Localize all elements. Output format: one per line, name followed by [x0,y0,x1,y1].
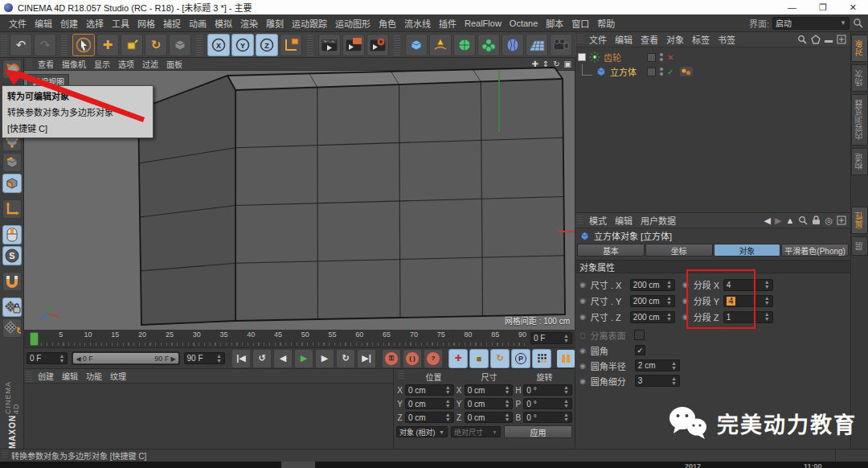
menu-雕刻[interactable]: 雕刻 [262,15,288,31]
interface-dropdown[interactable]: 启动▼ [772,17,850,30]
menu-编辑[interactable]: 编辑 [31,15,56,31]
value-field[interactable]: 2 cm▲▼ [635,359,680,372]
object-name[interactable]: 齿轮 [604,51,636,64]
attr-menu-编辑[interactable]: 编辑 [611,212,637,228]
primitive-cube-button[interactable] [405,34,428,56]
maximize-button[interactable]: ❐ [808,2,838,13]
menu-运动跟踪[interactable]: 运动跟踪 [288,15,331,31]
menu-Octane[interactable]: Octane [506,17,542,30]
timeline-playhead[interactable] [30,332,39,346]
position-Y-field[interactable]: 0 cm▲▼ [405,398,454,409]
coordinate-system-button[interactable] [280,34,302,56]
param-radio[interactable]: ◉ [579,313,586,321]
record-point-level-button[interactable] [532,349,551,368]
search-icon[interactable] [798,216,808,225]
layer-box[interactable] [647,53,656,62]
minimize-button[interactable]: — [776,2,808,12]
keyframe-bar-icon[interactable] [556,349,575,368]
object-menu-查看[interactable]: 查看 [637,31,662,47]
size-field[interactable]: 200 cm▲▼ [630,311,675,323]
checkbox[interactable]: ✓ [635,345,645,355]
attr-menu-模式[interactable]: 模式 [585,212,611,228]
axis-mode-button[interactable] [2,199,22,219]
attribute-grip[interactable] [577,214,583,224]
lock-icon[interactable] [812,216,821,225]
menu-模拟[interactable]: 模拟 [211,15,236,31]
layer-box[interactable] [647,68,656,76]
tab-基本[interactable]: 基本 [577,244,645,257]
subdivision-surface-button[interactable] [453,34,476,56]
axis-z-button[interactable]: Z [256,34,278,56]
frame-range-slider[interactable]: ◀ 0 F 90 F ▶ [72,351,179,365]
axis-x-button[interactable]: X [207,34,230,56]
play-button[interactable]: ▶ [294,349,313,368]
record-parameter-button[interactable]: P [511,349,530,368]
size-Z-field[interactable]: 0 cm▲▼ [465,412,514,423]
simulation-tag-button[interactable] [502,34,524,56]
up-icon[interactable]: ▲ [786,216,795,225]
object-name[interactable]: 立方体 [610,65,642,78]
tab-坐标[interactable]: 坐标 [645,244,713,257]
rotation-B-field[interactable]: 0 °▲▼ [523,412,572,423]
menu-角色[interactable]: 角色 [375,15,400,31]
size-X-field[interactable]: 0 cm▲▼ [465,384,514,396]
floor-environment-button[interactable] [526,34,548,56]
viewport-solo-button[interactable] [2,225,22,244]
snap-s-button[interactable]: S [2,246,22,265]
live-selection-button[interactable] [72,34,95,56]
forward-icon[interactable]: ▶ [775,216,781,226]
object-menu-对象[interactable]: 对象 [662,31,688,47]
attr-menu-用户数据[interactable]: 用户数据 [637,212,680,228]
make-editable-button[interactable] [2,60,22,79]
object-menu-编辑[interactable]: 编辑 [611,31,637,47]
menu-网格[interactable]: 网格 [133,15,159,31]
object-manager-grip[interactable] [577,33,583,43]
visibility-dots[interactable] [659,52,664,62]
prev-frame-button[interactable]: ◀ [273,349,293,368]
menu-选择[interactable]: 选择 [82,15,108,31]
coordinate-grip[interactable] [398,371,404,379]
param-radio[interactable]: ◉ [579,347,586,355]
tab-对象[interactable]: 对象 [714,244,781,257]
timeline-ruler[interactable]: 051015202530354045505560657075808590 0 F… [24,330,575,348]
polygons-mode-button[interactable] [2,174,22,193]
menu-窗口[interactable]: 窗口 [567,15,593,31]
menu-动画[interactable]: 动画 [185,15,211,31]
object-row[interactable]: 齿轮✕ [575,50,850,64]
menu-脚本[interactable]: 脚本 [542,15,567,31]
render-picture-viewer-button[interactable] [342,34,365,56]
redo-button[interactable]: ↷ [34,34,56,56]
checkbox[interactable] [634,330,645,340]
menu-帮助[interactable]: 帮助 [593,15,619,31]
enable-toggle[interactable]: ✓ [667,68,674,76]
menu-RealFlow[interactable]: RealFlow [461,17,506,30]
prev-key-button[interactable]: ↺ [252,349,272,368]
add-icon[interactable] [837,216,846,225]
material-menu-创建[interactable]: 创建 [34,368,58,384]
apply-button[interactable]: 应用 [504,425,572,438]
position-X-field[interactable]: 0 cm▲▼ [405,384,454,396]
menu-流水线[interactable]: 流水线 [400,15,435,31]
coordinate-mode-dropdown[interactable]: 对象 (相对)▼ [396,426,448,437]
close-button[interactable]: ✕ [838,2,868,13]
filter-icon[interactable] [811,35,821,44]
visibility-dots[interactable] [659,67,664,76]
edges-mode-button[interactable] [2,153,22,172]
toolbar-grip[interactable] [1,34,7,55]
enable-toggle[interactable]: ✕ [667,53,674,62]
right-tab-属性[interactable]: 属性 [851,207,868,234]
magnet-snap-button[interactable] [2,272,22,291]
range-start-field[interactable]: 0 F▲▼ [27,352,68,364]
record-active-objects-button[interactable]: ⚿ [382,349,401,368]
goto-start-button[interactable]: |◀ [231,349,251,368]
render-settings-button[interactable] [366,34,389,56]
next-key-button[interactable]: ↻ [336,349,355,368]
right-tab-层[interactable]: 层 [851,236,868,256]
param-radio[interactable]: ◉ [579,297,586,305]
right-tab-内容浏览器[interactable]: 内容浏览器 [851,94,868,146]
last-tool-cube-button[interactable] [169,34,191,56]
menu-插件[interactable]: 插件 [435,15,461,31]
expand-box[interactable] [578,53,586,61]
menu-运动图形[interactable]: 运动图形 [331,15,375,31]
spline-pen-button[interactable] [429,34,452,56]
